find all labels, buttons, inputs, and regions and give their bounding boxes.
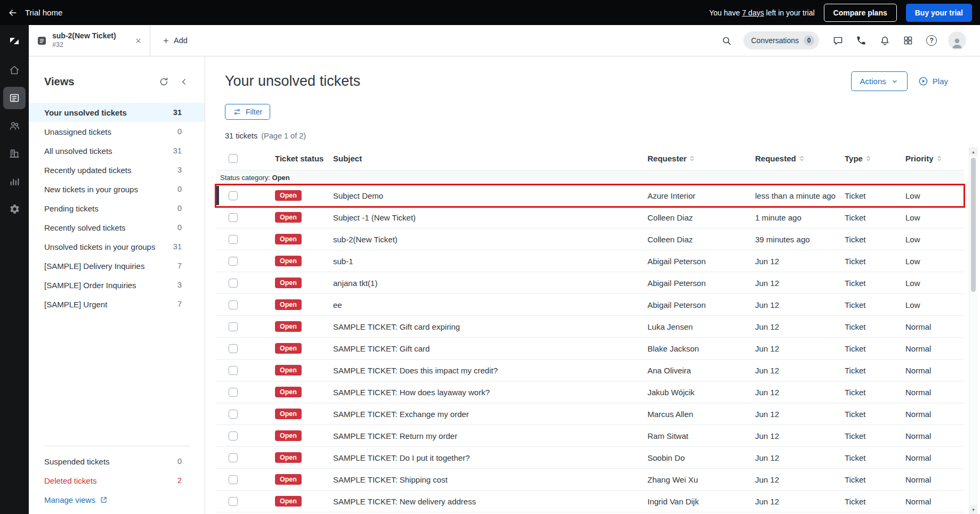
ticket-row[interactable]: Open Subject Demo Azure Interior less th… <box>216 185 964 207</box>
ticket-row-checkbox[interactable] <box>229 366 238 375</box>
ticket-subject[interactable]: Subject -1 (New Ticket) <box>333 213 647 222</box>
ticket-row[interactable]: Open SAMPLE TICKET: Do I put it together… <box>216 447 964 469</box>
ticket-row[interactable]: Open SAMPLE TICKET: How does layaway wor… <box>216 381 964 403</box>
views-list-item[interactable]: New tickets in your groups 0 <box>29 180 205 199</box>
views-list-item[interactable]: Deleted tickets 2 <box>29 471 205 490</box>
scrollbar-down-arrow[interactable]: ▾ <box>969 505 977 514</box>
nav-customers-icon[interactable] <box>0 112 29 140</box>
ticket-row[interactable]: Open SAMPLE TICKET: Gift card Blake Jack… <box>216 338 964 360</box>
ticket-row[interactable]: Open sub-1 Abigail Peterson Jun 12 Ticke… <box>216 250 964 272</box>
trial-home-link[interactable]: Trial home <box>7 7 62 18</box>
buy-trial-button[interactable]: Buy your trial <box>906 4 972 22</box>
ticket-row-checkbox[interactable] <box>229 279 238 288</box>
ticket-type: Ticket <box>845 235 905 244</box>
column-requester[interactable]: Requester <box>647 154 755 163</box>
ticket-row-checkbox[interactable] <box>229 388 238 397</box>
filter-button[interactable]: Filter <box>225 104 270 120</box>
ticket-row-checkbox[interactable] <box>229 213 238 222</box>
ticket-row-checkbox[interactable] <box>229 431 238 440</box>
search-button[interactable] <box>717 30 737 51</box>
ticket-subject[interactable]: anjana tkt(1) <box>333 279 647 288</box>
user-avatar[interactable] <box>948 31 966 50</box>
compare-plans-button[interactable]: Compare plans <box>824 4 897 22</box>
scrollbar-up-arrow[interactable]: ▴ <box>969 147 977 156</box>
ticket-row[interactable]: Open SAMPLE TICKET: Return my order Ram … <box>216 425 964 447</box>
play-button[interactable]: Play <box>916 71 950 91</box>
nav-organizations-icon[interactable] <box>0 140 29 167</box>
ticket-row[interactable]: Open SAMPLE TICKET: Does this impact my … <box>216 360 964 381</box>
views-list-item[interactable]: Unsolved tickets in your groups 31 <box>29 237 205 256</box>
views-list-item[interactable]: Suspended tickets 0 <box>29 452 205 471</box>
views-list-item[interactable]: Unassigned tickets 0 <box>29 122 205 141</box>
views-list-item[interactable]: [SAMPLE] Urgent 7 <box>29 295 205 314</box>
ticket-row-checkbox[interactable] <box>229 475 238 484</box>
column-priority[interactable]: Priority <box>905 154 964 163</box>
ticket-subject[interactable]: SAMPLE TICKET: Do I put it together? <box>333 453 647 462</box>
ticket-row-checkbox[interactable] <box>229 497 238 506</box>
ticket-tab[interactable]: sub-2(New Ticket) #32 <box>29 25 150 56</box>
nav-views-icon[interactable] <box>0 84 29 112</box>
nav-reporting-icon[interactable] <box>0 167 29 195</box>
scrollbar-thumb[interactable] <box>971 158 976 292</box>
product-switcher-button[interactable] <box>898 30 918 51</box>
ticket-row[interactable]: Open Subject -1 (New Ticket) Colleen Dia… <box>216 207 964 229</box>
ticket-row-checkbox[interactable] <box>229 257 238 266</box>
chevron-left-icon <box>180 77 189 86</box>
ticket-subject[interactable]: SAMPLE TICKET: How does layaway work? <box>333 388 647 397</box>
conversations-button[interactable]: Conversations 0 <box>743 31 820 50</box>
ticket-status-badge: Open <box>275 256 302 266</box>
column-type[interactable]: Type <box>845 154 905 163</box>
ticket-row-checkbox[interactable] <box>229 235 238 244</box>
ticket-subject[interactable]: SAMPLE TICKET: Does this impact my credi… <box>333 366 647 375</box>
ticket-subject[interactable]: sub-1 <box>333 257 647 266</box>
refresh-views-button[interactable] <box>157 75 171 89</box>
views-list-item[interactable]: [SAMPLE] Order Inquiries 3 <box>29 275 205 295</box>
views-list-item[interactable]: Pending tickets 0 <box>29 199 205 218</box>
ticket-row[interactable]: Open anjana tkt(1) Abigail Peterson Jun … <box>216 272 964 294</box>
views-list-item[interactable]: Recently solved tickets 0 <box>29 218 205 237</box>
ticket-row[interactable]: Open sub-2(New Ticket) Colleen Diaz 39 m… <box>216 229 964 250</box>
chat-button[interactable] <box>828 30 848 51</box>
ticket-row-checkbox[interactable] <box>229 410 238 419</box>
nav-admin-gear-icon[interactable] <box>0 195 29 223</box>
actions-button[interactable]: Actions <box>851 71 908 91</box>
ticket-subject[interactable]: SAMPLE TICKET: Gift card <box>333 344 647 353</box>
manage-views-link[interactable]: Manage views <box>29 490 123 510</box>
ticket-row[interactable]: Open SAMPLE TICKET: Exchange my order Ma… <box>216 403 964 425</box>
ticket-subject[interactable]: SAMPLE TICKET: Gift card expiring <box>333 322 647 331</box>
ticket-subject[interactable]: Subject Demo <box>333 191 647 200</box>
ticket-row-checkbox[interactable] <box>229 300 238 309</box>
ticket-row[interactable]: Open ee Abigail Peterson Jun 12 Ticket L… <box>216 294 964 316</box>
ticket-row[interactable]: Open SAMPLE TICKET: Shipping cost Zhang … <box>216 469 964 491</box>
views-list-item[interactable]: All unsolved tickets 31 <box>29 141 205 160</box>
column-requested[interactable]: Requested <box>755 154 845 163</box>
ticket-priority: Low <box>905 300 964 309</box>
views-list-item[interactable]: Recently updated tickets 3 <box>29 160 205 180</box>
ticket-row[interactable]: Open SAMPLE TICKET: New delivery address… <box>216 491 964 512</box>
ticket-subject[interactable]: ee <box>333 300 647 309</box>
phone-button[interactable] <box>851 30 871 51</box>
ticket-row-checkbox[interactable] <box>229 344 238 353</box>
collapse-views-button[interactable] <box>177 75 191 88</box>
view-item-count: 7 <box>177 300 182 308</box>
ticket-row-checkbox[interactable] <box>229 322 238 331</box>
view-item-label: [SAMPLE] Order Inquiries <box>44 281 177 290</box>
views-list-item[interactable]: [SAMPLE] Delivery Inquiries 7 <box>29 256 205 275</box>
tab-close-icon[interactable] <box>132 35 144 47</box>
help-button[interactable]: ? <box>921 30 942 51</box>
add-tab-button[interactable]: Add <box>150 25 199 56</box>
ticket-subject[interactable]: SAMPLE TICKET: Shipping cost <box>333 475 647 484</box>
select-all-checkbox[interactable] <box>229 154 238 163</box>
ticket-subject[interactable]: SAMPLE TICKET: New delivery address <box>333 497 647 506</box>
ticket-row-checkbox[interactable] <box>229 453 238 462</box>
ticket-subject[interactable]: SAMPLE TICKET: Exchange my order <box>333 410 647 419</box>
ticket-row[interactable]: Open SAMPLE TICKET: Gift card expiring L… <box>216 316 964 338</box>
notifications-button[interactable] <box>874 30 895 51</box>
ticket-status-badge: Open <box>275 452 302 463</box>
ticket-subject[interactable]: SAMPLE TICKET: Return my order <box>333 431 647 440</box>
views-list-item[interactable]: Your unsolved tickets 31 <box>29 103 205 122</box>
ticket-row-checkbox[interactable] <box>229 191 238 200</box>
ticket-subject[interactable]: sub-2(New Ticket) <box>333 235 647 244</box>
table-scrollbar[interactable]: ▴ ▾ <box>969 147 977 514</box>
nav-home-icon[interactable] <box>0 56 29 84</box>
